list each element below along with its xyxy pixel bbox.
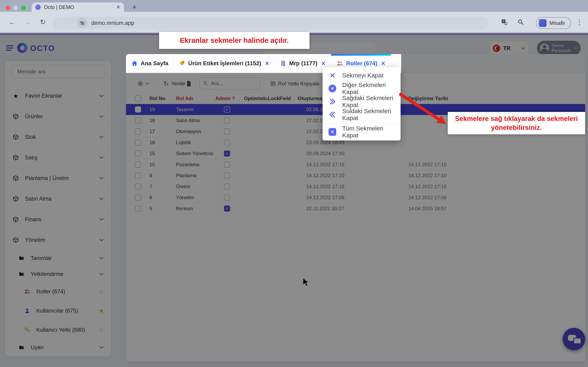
svg-text:A: A [503,20,505,23]
context-menu-item[interactable]: Soldaki Sekmeleri Kapat [323,108,401,121]
reload-button[interactable]: ↻ [37,12,49,32]
browser-tab-title: Octo | DEMO [44,4,116,10]
tutorial-dim-overlay [0,33,588,367]
context-menu-item[interactable]: ✕Diğer Sekmeleri Kapat [323,82,401,95]
window-zoom-button[interactable] [21,6,26,10]
app-tab-label: Mrp (1177) [289,60,318,67]
context-menu-item-label: Sekmeyi Kapat [342,72,383,79]
context-menu-item[interactable]: Sağdaki Sekmeleri Kapat [323,95,401,108]
context-menu-item-label: Sağdaki Sekmeleri Kapat [342,95,395,108]
address-bar[interactable]: demo.renium.app [52,17,489,29]
context-menu-item-label: Diğer Sekmeleri Kapat [342,82,395,95]
browser-navbar: ← → ↻ demo.renium.app A Misafir ⋮ [0,12,588,32]
tutorial-arrow [398,91,451,132]
circle-close-icon: ✕ [329,85,336,92]
window-close-button[interactable] [6,6,10,10]
context-menu-item-label: Tüm Sekmeleri Kapat [342,125,395,139]
context-menu-item[interactable]: ✕Tüm Sekmeleri Kapat [323,125,401,138]
tab-close-icon[interactable]: ✕ [321,60,326,67]
app-tab-label: Ana Sayfa [141,60,168,67]
translate-icon[interactable]: A [498,12,510,32]
browser-titlebar: Octo | DEMO ✕ + [0,0,588,12]
tag-icon [179,60,185,67]
app-tab[interactable]: Ürün Etiket İşlemleri (1152)✕ [174,54,275,73]
tutorial-annotation-top: Ekranlar sekmeler halinde açılır. [159,32,310,49]
close-icon: ✕ [329,71,336,80]
menu-divider [323,123,401,123]
browser-tab-close-icon[interactable]: ✕ [116,5,120,9]
chevrons-left-icon [329,111,336,118]
profile-avatar [539,19,546,27]
app-tab-label: Roller (674) [346,60,377,67]
forward-button[interactable]: → [21,12,34,32]
app-tab[interactable]: Ana Sayfa [126,54,174,73]
context-menu-item[interactable]: ✕Sekmeyi Kapat [323,69,401,82]
home-icon [131,60,138,67]
browser-tab[interactable]: Octo | DEMO ✕ [32,2,124,12]
calculator-icon [280,60,286,67]
tab-close-icon[interactable]: ✕ [381,60,385,67]
browser-menu-icon[interactable]: ⋮ [575,12,584,32]
profile-label: Misafir [549,20,565,26]
square-close-icon: ✕ [329,128,336,136]
back-button[interactable]: ← [6,12,18,32]
screen: Octo | DEMO ✕ + ← → ↻ demo.renium.app A … [0,0,588,367]
url-text: demo.renium.app [91,20,134,26]
site-favicon-icon [35,4,41,10]
tab-close-icon[interactable]: ✕ [265,60,269,67]
app-tab-label: Ürün Etiket İşlemleri (1152) [188,60,261,67]
browser-profile-chip[interactable]: Misafir [536,17,571,29]
search-icon[interactable] [515,12,527,32]
context-menu-item-label: Soldaki Sekmeleri Kapat [342,108,395,122]
chevrons-right-icon [329,98,336,105]
new-tab-button[interactable]: + [132,3,137,11]
users-icon [336,60,343,67]
window-minimize-button[interactable] [13,6,18,10]
site-info-icon[interactable] [77,18,87,28]
tutorial-annotation-right: Sekmelere sağ tıklayarak da sekmeleri yö… [448,112,585,134]
tab-context-menu: ✕Sekmeyi Kapat✕Diğer Sekmeleri KapatSağd… [323,67,401,141]
